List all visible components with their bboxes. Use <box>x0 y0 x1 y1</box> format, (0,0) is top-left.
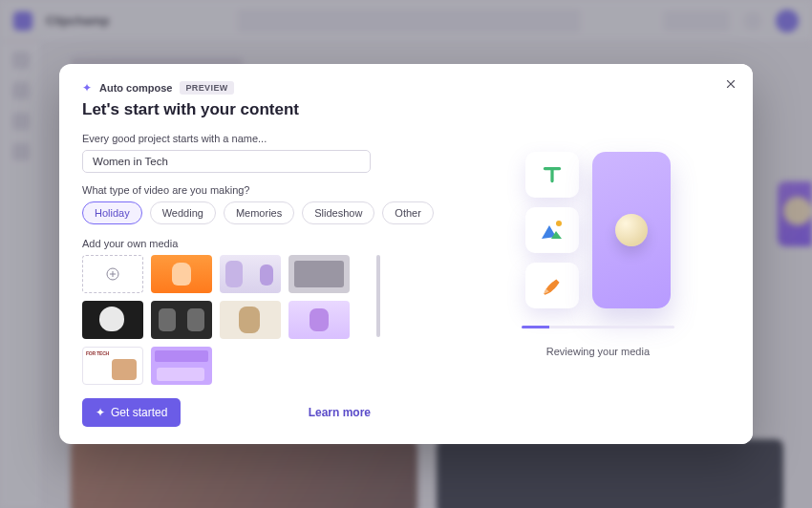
progress-bar <box>522 326 674 328</box>
project-name-input[interactable] <box>82 150 371 173</box>
media-thumb[interactable] <box>220 255 281 293</box>
type-chip-wedding[interactable]: Wedding <box>150 201 216 224</box>
dialog-right-panel: Reviewing your media <box>443 64 753 444</box>
media-thumb[interactable] <box>82 301 143 339</box>
sparkle-icon: ✦ <box>82 81 92 95</box>
dialog-heading: Let's start with your content <box>82 100 434 119</box>
sphere-icon <box>615 214 648 246</box>
close-button[interactable] <box>720 74 741 95</box>
name-label: Every good project starts with a name... <box>82 133 434 144</box>
media-thumb[interactable] <box>288 301 350 339</box>
media-thumb[interactable] <box>151 347 212 385</box>
type-chip-holiday[interactable]: Holiday <box>82 201 142 224</box>
plus-circle-icon <box>105 266 120 282</box>
close-icon <box>724 77 737 91</box>
type-chip-group: Holiday Wedding Memories Slideshow Other <box>82 201 434 224</box>
type-label: What type of video are you making? <box>82 184 434 196</box>
dialog-left-panel: ✦ Auto compose PREVIEW Let's start with … <box>59 64 443 444</box>
type-chip-memories[interactable]: Memories <box>224 201 294 224</box>
modal-overlay: ✦ Auto compose PREVIEW Let's start with … <box>0 0 812 508</box>
media-thumb[interactable] <box>151 255 212 293</box>
learn-more-link[interactable]: Learn more <box>309 406 371 419</box>
get-started-label: Get started <box>111 406 167 419</box>
media-label: Add your own media <box>82 238 434 249</box>
type-chip-other[interactable]: Other <box>382 201 434 224</box>
auto-compose-dialog: ✦ Auto compose PREVIEW Let's start with … <box>59 64 753 444</box>
media-thumb[interactable] <box>220 301 281 339</box>
sparkle-icon: ✦ <box>96 406 105 419</box>
svg-point-1 <box>556 221 562 226</box>
feature-name: Auto compose <box>99 82 172 94</box>
get-started-button[interactable]: ✦ Get started <box>82 398 181 427</box>
media-thumb[interactable] <box>82 347 143 385</box>
preview-badge: PREVIEW <box>180 81 233 95</box>
media-thumb[interactable] <box>288 255 350 293</box>
pencil-card-icon <box>525 263 579 308</box>
text-card-icon <box>525 152 579 198</box>
media-grid <box>82 255 374 385</box>
add-media-button[interactable] <box>82 255 143 293</box>
media-thumb[interactable] <box>151 301 212 339</box>
status-text: Reviewing your media <box>546 346 650 357</box>
image-card-icon <box>525 207 579 253</box>
preview-card <box>592 152 671 308</box>
type-chip-slideshow[interactable]: Slideshow <box>302 201 374 224</box>
media-scrollbar[interactable] <box>376 255 380 337</box>
illustration <box>525 152 671 308</box>
